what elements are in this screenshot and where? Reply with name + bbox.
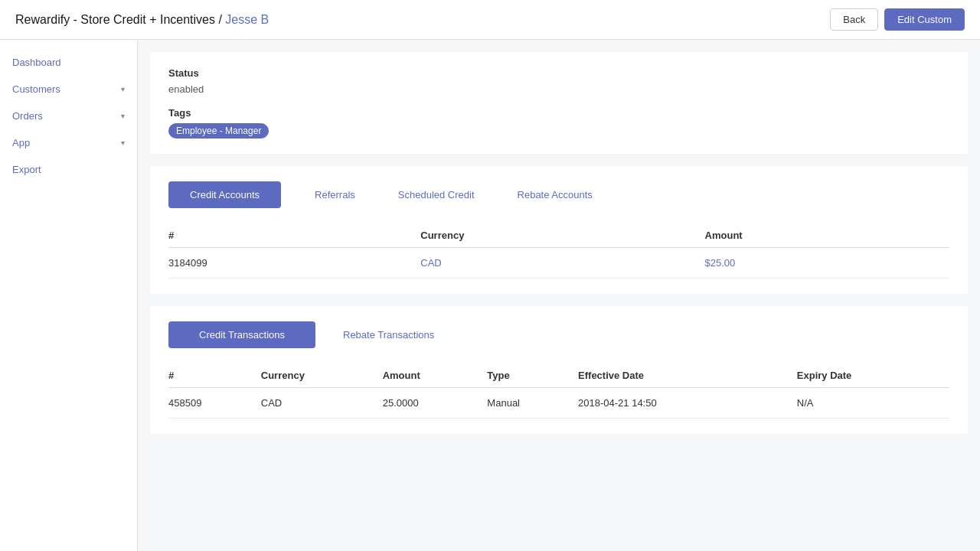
back-button[interactable]: Back xyxy=(830,8,878,31)
trans-col-id: # xyxy=(168,364,261,388)
sidebar-item-orders[interactable]: Orders ▾ xyxy=(0,103,137,129)
status-label: Status xyxy=(168,67,949,79)
tab-rebate-accounts[interactable]: Rebate Accounts xyxy=(496,181,614,208)
col-header-amount: Amount xyxy=(705,223,949,248)
sidebar-label-customers: Customers xyxy=(12,83,60,95)
tab-rebate-transactions[interactable]: Rebate Transactions xyxy=(328,321,449,348)
cell-effective-date: 2018-04-21 14:50 xyxy=(578,388,797,419)
tag-badge: Employee - Manager xyxy=(168,123,269,139)
col-header-currency: Currency xyxy=(420,223,704,248)
col-header-id: # xyxy=(168,223,420,248)
chevron-down-icon: ▾ xyxy=(121,112,125,120)
status-value: enabled xyxy=(168,83,949,95)
cell-id: 3184099 xyxy=(168,248,420,279)
table-row: 458509 CAD 25.0000 Manual 2018-04-21 14:… xyxy=(168,388,949,419)
trans-col-amount: Amount xyxy=(383,364,488,388)
tab-scheduled-credit[interactable]: Scheduled Credit xyxy=(377,181,496,208)
header: Rewardify - Store Credit + Incentives / … xyxy=(0,0,980,40)
tags-container: Employee - Manager xyxy=(168,123,949,139)
header-actions: Back Edit Custom xyxy=(830,8,965,31)
customer-name: Jesse B xyxy=(225,13,269,26)
transactions-tabs: Credit Transactions Rebate Transactions xyxy=(168,321,949,348)
sidebar-item-app[interactable]: App ▾ xyxy=(0,129,137,156)
sidebar-label-app: App xyxy=(12,137,30,148)
tags-label: Tags xyxy=(168,107,949,119)
credit-accounts-tabs: Credit Accounts Referrals Scheduled Cred… xyxy=(168,181,949,208)
sidebar-label-export: Export xyxy=(12,164,41,175)
trans-col-currency: Currency xyxy=(261,364,383,388)
sidebar-label-orders: Orders xyxy=(12,110,43,122)
cell-type: Manual xyxy=(487,388,578,419)
trans-col-type: Type xyxy=(487,364,578,388)
cell-currency: CAD xyxy=(261,388,383,419)
table-row: 3184099 CAD $25.00 xyxy=(168,248,949,279)
tab-referrals[interactable]: Referrals xyxy=(293,181,377,208)
transactions-table: # Currency Amount Type Effective Date Ex… xyxy=(168,364,949,419)
main-content: Status enabled Tags Employee - Manager C… xyxy=(138,40,980,551)
sidebar-label-dashboard: Dashboard xyxy=(12,57,61,68)
chevron-down-icon: ▾ xyxy=(121,85,125,93)
sidebar-item-export[interactable]: Export xyxy=(0,156,137,183)
trans-col-effective-date: Effective Date xyxy=(578,364,797,388)
tab-credit-accounts[interactable]: Credit Accounts xyxy=(168,181,281,208)
cell-id: 458509 xyxy=(168,388,261,419)
status-card: Status enabled Tags Employee - Manager xyxy=(150,52,968,154)
credit-accounts-table: # Currency Amount 3184099 CAD $25.00 xyxy=(168,223,949,279)
sidebar-item-dashboard[interactable]: Dashboard xyxy=(0,49,137,76)
sidebar: Dashboard Customers ▾ Orders ▾ App ▾ Exp… xyxy=(0,40,138,551)
app-name: Rewardify - Store Credit + Incentives xyxy=(15,13,215,26)
sidebar-item-customers[interactable]: Customers ▾ xyxy=(0,76,137,103)
cell-currency[interactable]: CAD xyxy=(420,248,704,279)
cell-amount: 25.0000 xyxy=(383,388,488,419)
app-title: Rewardify - Store Credit + Incentives / … xyxy=(15,13,269,27)
tab-credit-transactions[interactable]: Credit Transactions xyxy=(168,321,315,348)
edit-customer-button[interactable]: Edit Custom xyxy=(884,8,965,31)
trans-col-expiry-date: Expiry Date xyxy=(797,364,949,388)
credit-accounts-card: Credit Accounts Referrals Scheduled Cred… xyxy=(150,166,968,294)
layout: Dashboard Customers ▾ Orders ▾ App ▾ Exp… xyxy=(0,40,980,551)
cell-amount[interactable]: $25.00 xyxy=(705,248,949,279)
transactions-card: Credit Transactions Rebate Transactions … xyxy=(150,306,968,434)
breadcrumb-separator: / xyxy=(218,13,225,26)
cell-expiry-date: N/A xyxy=(797,388,949,419)
chevron-down-icon: ▾ xyxy=(121,139,125,147)
